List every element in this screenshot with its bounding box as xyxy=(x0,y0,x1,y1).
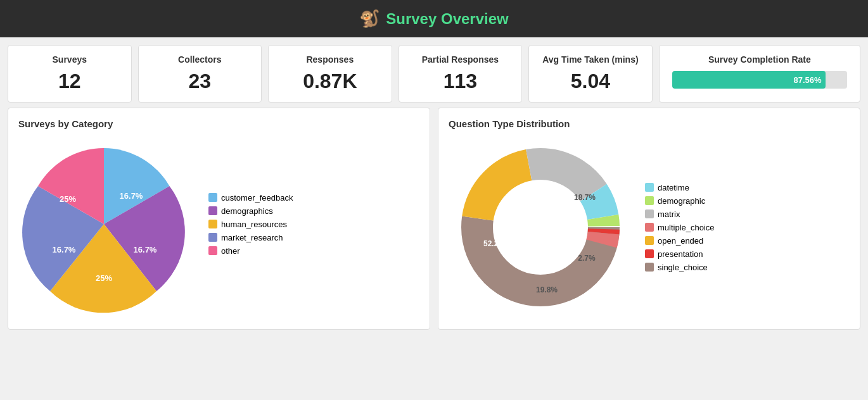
stat-responses-value: 0.87K xyxy=(281,70,379,93)
legend-color-datetime xyxy=(645,183,654,192)
page-header: 🐒 Survey Overview xyxy=(0,0,868,37)
legend-item-matrix: matrix xyxy=(645,209,715,219)
legend-color-mc xyxy=(645,223,654,232)
stat-collectors-label: Collectors xyxy=(151,54,249,65)
legend-item-cf: customer_feedback xyxy=(208,193,293,203)
legend-color-mr xyxy=(208,233,217,242)
stat-surveys: Surveys 12 xyxy=(8,45,132,103)
stat-avgtime: Avg Time Taken (mins) 5.04 xyxy=(528,45,653,103)
svg-text:16.7%: 16.7% xyxy=(53,245,76,254)
chart-question: Question Type Distribution xyxy=(438,108,860,330)
legend-label-cf: customer_feedback xyxy=(221,193,293,203)
stat-partial: Partial Responses 113 xyxy=(399,45,523,103)
legend-color-sc xyxy=(645,263,654,272)
question-legend: datetime demographic matrix multiple_cho… xyxy=(645,183,715,272)
legend-label-mc: multiple_choice xyxy=(658,223,715,232)
legend-color-other xyxy=(208,246,217,255)
completion-bar-bg: 87.56% xyxy=(672,71,847,89)
charts-row: Surveys by Category 16.7% 16.7% 25% xyxy=(0,108,868,337)
stat-avgtime-label: Avg Time Taken (mins) xyxy=(542,54,639,65)
svg-text:18.7%: 18.7% xyxy=(574,193,596,202)
monkey-icon: 🐒 xyxy=(359,9,380,28)
pie-container: 16.7% 16.7% 25% 16.7% 25% customer_feedb… xyxy=(18,135,419,313)
pie-svg: 16.7% 16.7% 25% 16.7% 25% xyxy=(18,135,189,313)
stat-avgtime-value: 5.04 xyxy=(542,70,639,93)
legend-label-dem: demographics xyxy=(221,206,273,216)
stats-row: Surveys 12 Collectors 23 Responses 0.87K… xyxy=(0,37,868,108)
legend-color-cf xyxy=(208,193,217,202)
legend-label-hr: human_resources xyxy=(221,220,287,229)
completion-bar-text: 87.56% xyxy=(794,75,822,85)
stat-responses-label: Responses xyxy=(281,54,379,65)
legend-label-sc: single_choice xyxy=(658,263,708,272)
legend-label-mr: market_research xyxy=(221,233,283,242)
legend-color-hr xyxy=(208,220,217,228)
stat-partial-value: 113 xyxy=(412,70,509,93)
legend-item-pres: presentation xyxy=(645,249,715,259)
donut-svg: 18.7% 52.2% 19.8% 2.7% xyxy=(449,135,632,319)
legend-color-dem xyxy=(208,206,217,215)
svg-text:16.7%: 16.7% xyxy=(134,245,157,254)
legend-label-pres: presentation xyxy=(658,249,703,259)
chart-question-title: Question Type Distribution xyxy=(449,118,850,129)
legend-item-oe: open_ended xyxy=(645,236,715,246)
svg-text:2.7%: 2.7% xyxy=(578,254,596,263)
legend-color-pres xyxy=(645,249,654,258)
stat-partial-label: Partial Responses xyxy=(412,54,509,65)
stat-completion: Survey Completion Rate 87.56% xyxy=(659,45,860,103)
legend-item-mr: market_research xyxy=(208,233,293,242)
legend-label-matrix: matrix xyxy=(658,209,680,219)
chart-category-title: Surveys by Category xyxy=(18,118,419,129)
svg-point-12 xyxy=(496,183,585,272)
legend-item-other: other xyxy=(208,246,293,256)
legend-item-sc: single_choice xyxy=(645,263,715,272)
legend-color-matrix xyxy=(645,209,654,218)
legend-label-oe: open_ended xyxy=(658,236,703,246)
stat-responses: Responses 0.87K xyxy=(268,45,392,103)
completion-bar-fill: 87.56% xyxy=(672,71,826,89)
stat-collectors: Collectors 23 xyxy=(138,45,262,103)
legend-item-datetime: datetime xyxy=(645,183,715,192)
svg-text:25%: 25% xyxy=(96,273,112,283)
stat-collectors-value: 23 xyxy=(151,70,249,93)
chart-category: Surveys by Category 16.7% 16.7% 25% xyxy=(8,108,430,330)
category-legend: customer_feedback demographics human_res… xyxy=(208,193,293,256)
legend-item-demographic: demographic xyxy=(645,196,715,206)
stat-surveys-value: 12 xyxy=(21,70,118,93)
legend-color-oe xyxy=(645,236,654,245)
legend-item-dem: demographics xyxy=(208,206,293,216)
svg-text:19.8%: 19.8% xyxy=(536,285,558,294)
legend-item-hr: human_resources xyxy=(208,220,293,229)
donut-container: 18.7% 52.2% 19.8% 2.7% datetime demograp… xyxy=(449,135,850,319)
stat-completion-label: Survey Completion Rate xyxy=(672,54,847,65)
legend-color-demographic xyxy=(645,196,654,205)
legend-label-datetime: datetime xyxy=(658,183,689,192)
svg-text:25%: 25% xyxy=(60,194,76,204)
svg-text:16.7%: 16.7% xyxy=(120,191,143,201)
legend-item-mc: multiple_choice xyxy=(645,223,715,232)
legend-label-other: other xyxy=(221,246,240,256)
legend-label-demographic: demographic xyxy=(658,196,705,206)
page-title: Survey Overview xyxy=(386,10,508,28)
stat-surveys-label: Surveys xyxy=(21,54,118,65)
svg-text:52.2%: 52.2% xyxy=(483,239,505,248)
